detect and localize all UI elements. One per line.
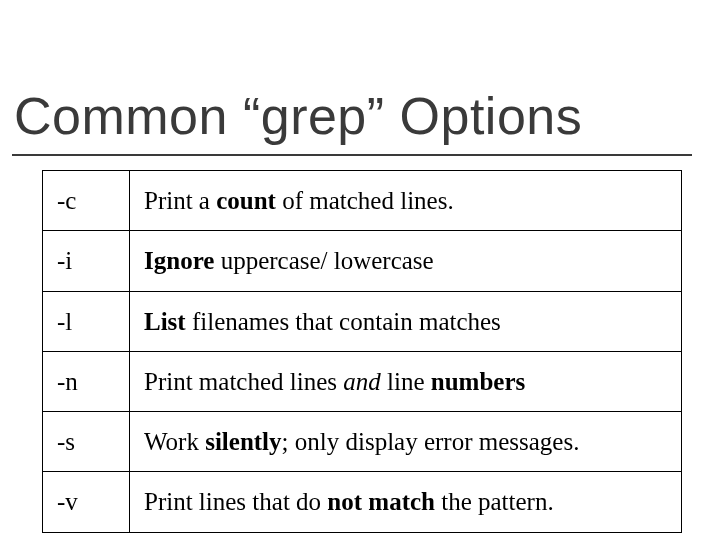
table-row: -v Print lines that do not match the pat… xyxy=(43,472,682,532)
options-table: -c Print a count of matched lines. -i Ig… xyxy=(42,170,682,533)
option-desc: Work silently; only display error messag… xyxy=(130,412,682,472)
option-desc: Print matched lines and line numbers xyxy=(130,351,682,411)
option-flag: -s xyxy=(43,412,130,472)
option-desc: Print lines that do not match the patter… xyxy=(130,472,682,532)
option-flag: -l xyxy=(43,291,130,351)
decorative-wave xyxy=(0,0,720,80)
table-row: -c Print a count of matched lines. xyxy=(43,171,682,231)
option-flag: -v xyxy=(43,472,130,532)
option-flag: -c xyxy=(43,171,130,231)
table-row: -s Work silently; only display error mes… xyxy=(43,412,682,472)
table-row: -i Ignore uppercase/ lowercase xyxy=(43,231,682,291)
option-desc: List filenames that contain matches xyxy=(130,291,682,351)
title-underline xyxy=(12,154,692,156)
option-desc: Print a count of matched lines. xyxy=(130,171,682,231)
option-desc: Ignore uppercase/ lowercase xyxy=(130,231,682,291)
page-title: Common “grep” Options xyxy=(14,86,582,146)
table-row: -l List filenames that contain matches xyxy=(43,291,682,351)
table-row: -n Print matched lines and line numbers xyxy=(43,351,682,411)
option-flag: -i xyxy=(43,231,130,291)
slide: { "title": "Common \u201cgrep\u201d Opti… xyxy=(0,0,720,540)
option-flag: -n xyxy=(43,351,130,411)
